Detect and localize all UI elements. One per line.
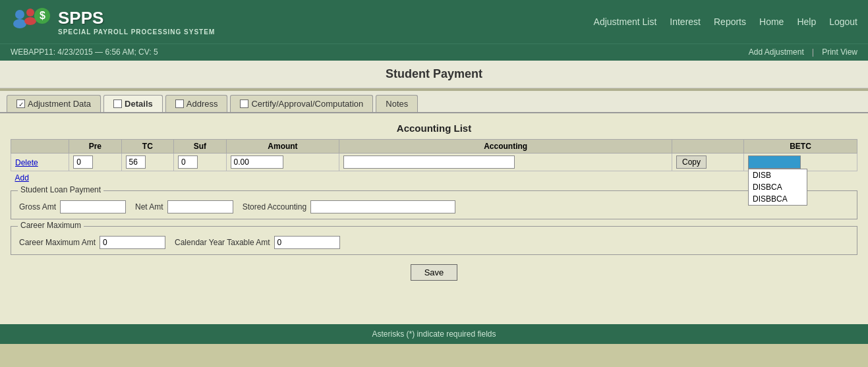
student-loan-legend: Student Loan Payment — [18, 185, 103, 194]
betc-dropdown: DISB DISBCA DISBBCA — [748, 169, 807, 206]
col-pre: Pre — [69, 140, 121, 154]
accounting-list-title: Accounting List — [11, 123, 857, 134]
career-amt-group: Career Maximum Amt — [19, 236, 165, 249]
svg-text:$: $ — [40, 10, 45, 21]
betc-cell: DISB DISBCA DISBBCA — [744, 154, 857, 171]
logo-area: $ SPPS SPECIAL PAYROLL PROCESSING SYSTEM — [11, 5, 215, 38]
logo-icon: $ — [11, 5, 51, 38]
header: $ SPPS SPECIAL PAYROLL PROCESSING SYSTEM… — [0, 0, 868, 43]
footer-text: Asterisks (*) indicate required fields — [372, 329, 496, 339]
accounting-input[interactable] — [343, 155, 515, 169]
col-amount: Amount — [226, 140, 339, 154]
save-area: Save — [11, 255, 857, 286]
tab-adjustment-data-label: Adjustment Data — [28, 99, 91, 109]
net-amt-input[interactable] — [167, 200, 233, 213]
add-row: Add — [11, 171, 857, 184]
tab-details-checkbox — [113, 99, 122, 108]
print-view-link[interactable]: Print View — [822, 47, 857, 57]
col-delete-empty — [11, 140, 69, 154]
delete-cell: Delete — [11, 154, 69, 171]
tab-certify-checkbox — [240, 99, 248, 108]
gross-amt-input[interactable] — [60, 200, 126, 213]
col-betc: BETC — [744, 140, 857, 154]
stored-accounting-group: Stored Accounting — [243, 200, 455, 213]
svg-point-0 — [15, 10, 24, 19]
page-title: Student Payment — [386, 67, 482, 80]
copy-button[interactable]: Copy — [676, 155, 707, 169]
amount-input[interactable] — [231, 155, 283, 169]
tab-certify-label: Certify/Approval/Computation — [251, 99, 363, 109]
tab-address-label: Address — [187, 99, 218, 109]
tab-adjustment-data[interactable]: Adjustment Data — [7, 95, 101, 112]
svg-point-3 — [24, 17, 36, 25]
suf-cell — [174, 154, 226, 171]
pipe-divider: | — [812, 47, 814, 57]
copy-cell: Copy — [672, 154, 743, 171]
stored-accounting-input[interactable] — [310, 200, 455, 213]
col-tc: TC — [121, 140, 173, 154]
session-info: WEBAPP11: 4/23/2015 — 6:56 AM; CV: 5 — [11, 47, 158, 57]
calendar-taxable-group: Calendar Year Taxable Amt — [175, 236, 340, 249]
calendar-taxable-label: Calendar Year Taxable Amt — [175, 238, 270, 247]
main-content: Accounting List Pre TC Suf Amount Accoun… — [0, 113, 868, 324]
career-maximum-fields: Career Maximum Amt Calendar Year Taxable… — [19, 236, 849, 249]
amount-cell — [226, 154, 339, 171]
page-title-bar: Student Payment — [0, 61, 868, 88]
betc-dropdown-container: DISB DISBCA DISBBCA — [748, 155, 801, 169]
col-suf: Suf — [174, 140, 226, 154]
tab-notes[interactable]: Notes — [376, 95, 418, 112]
accounting-cell — [339, 154, 672, 171]
nav-interest[interactable]: Interest — [670, 16, 701, 27]
gross-amt-label: Gross Amt — [19, 202, 56, 212]
save-button[interactable]: Save — [411, 264, 458, 281]
logo-text: SPPS SPECIAL PAYROLL PROCESSING SYSTEM — [58, 8, 215, 36]
pre-input[interactable] — [73, 155, 93, 169]
col-copy-empty — [672, 140, 743, 154]
nav-home[interactable]: Home — [759, 16, 784, 27]
tab-address-checkbox — [175, 99, 184, 108]
student-loan-fields: Gross Amt Net Amt Stored Accounting — [19, 200, 849, 213]
nav-reports[interactable]: Reports — [714, 16, 746, 27]
app-name: SPPS — [58, 8, 215, 28]
betc-input[interactable] — [748, 155, 801, 169]
table-row: Delete Copy — [11, 154, 857, 171]
betc-option-disbbca[interactable]: DISBBCA — [749, 193, 807, 205]
net-amt-label: Net Amt — [135, 202, 163, 212]
tc-input[interactable] — [126, 155, 146, 169]
tab-certify[interactable]: Certify/Approval/Computation — [230, 95, 373, 112]
student-loan-section: Student Loan Payment Gross Amt Net Amt S… — [11, 190, 857, 219]
accounting-table: Pre TC Suf Amount Accounting BETC Delete — [11, 139, 857, 184]
svg-point-1 — [13, 19, 26, 28]
stored-accounting-label: Stored Accounting — [243, 202, 306, 212]
career-maximum-legend: Career Maximum — [18, 221, 84, 230]
tab-address[interactable]: Address — [165, 95, 228, 112]
tab-details-label: Details — [125, 99, 153, 109]
tab-adjustment-data-checkbox — [16, 99, 25, 108]
suf-input[interactable] — [178, 155, 198, 169]
tab-notes-label: Notes — [386, 99, 408, 109]
main-nav: Adjustment List Interest Reports Home He… — [594, 16, 857, 27]
betc-option-disbca[interactable]: DISBCA — [749, 181, 807, 193]
nav-adjustment-list[interactable]: Adjustment List — [594, 16, 657, 27]
pre-cell — [69, 154, 121, 171]
tabs-bar: Adjustment Data Details Address Certify/… — [0, 91, 868, 113]
app-fullname: SPECIAL PAYROLL PROCESSING SYSTEM — [58, 28, 215, 36]
nav-logout[interactable]: Logout — [829, 16, 857, 27]
net-amt-group: Net Amt — [135, 200, 233, 213]
footer: Asterisks (*) indicate required fields — [0, 324, 868, 344]
tc-cell — [121, 154, 173, 171]
gross-amt-group: Gross Amt — [19, 200, 126, 213]
tab-details[interactable]: Details — [103, 95, 163, 112]
svg-point-2 — [26, 9, 34, 16]
sub-header: WEBAPP11: 4/23/2015 — 6:56 AM; CV: 5 Add… — [0, 43, 868, 61]
nav-help[interactable]: Help — [797, 16, 816, 27]
add-adjustment-link[interactable]: Add Adjustment — [749, 47, 804, 57]
career-maximum-section: Career Maximum Career Maximum Amt Calend… — [11, 226, 857, 255]
betc-option-disb[interactable]: DISB — [749, 169, 807, 181]
calendar-taxable-input[interactable] — [274, 236, 340, 249]
career-amt-input[interactable] — [100, 236, 165, 249]
add-link[interactable]: Add — [15, 173, 29, 183]
sub-header-actions: Add Adjustment | Print View — [749, 47, 857, 57]
col-accounting: Accounting — [339, 140, 672, 154]
delete-link[interactable]: Delete — [15, 158, 38, 167]
